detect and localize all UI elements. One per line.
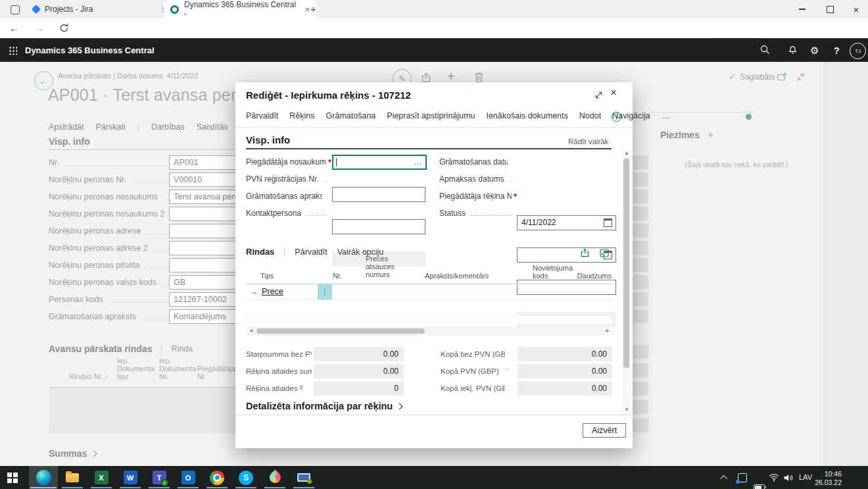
column-header[interactable]: Tips [260,272,274,280]
delete-icon[interactable] [474,72,484,83]
waffle-icon[interactable] [9,46,17,55]
menu-nodot[interactable]: Nodot [579,111,601,120]
scroll-right-icon[interactable]: ► [605,328,610,334]
scroll-up-icon[interactable]: ▲ [624,151,629,156]
row-menu-icon[interactable]: ⋮ [318,284,332,299]
browser-tab-bc[interactable]: Dynamics 365 Business Central - × [164,0,316,18]
taskbar-excel-icon[interactable]: X [87,466,116,489]
menu-parvaldit[interactable]: Pārvaldīt [246,111,278,120]
user-avatar[interactable]: TJ [850,43,866,59]
volume-icon[interactable] [783,474,794,482]
table-row[interactable]: → Prece ⋮ [246,284,612,300]
menu-ienakosais-dokuments[interactable]: Ienākošais dokuments [486,111,567,120]
back-icon[interactable]: ← [9,22,19,34]
start-button[interactable] [0,466,29,489]
column-header[interactable]: Iep. Dokumenta Nr. [159,357,199,380]
tab-actions-icon[interactable] [11,5,20,14]
tray-expand-icon[interactable] [722,475,727,480]
notes-empty-text: (Šajā skatā nav nekā, ko parādīt.) [650,161,823,168]
column-header[interactable]: Preces atsauces numurs [366,255,404,278]
close-tab-icon[interactable]: × [304,5,310,14]
clock[interactable]: 10:46 26.03.22 [814,470,842,487]
search-icon[interactable] [760,45,770,55]
collapse-icon[interactable] [796,72,806,82]
dialog-section-title[interactable]: Visp. info [246,134,290,145]
taskbar-teams-icon[interactable]: T✓ [145,466,174,489]
taskbar-explorer-icon[interactable] [58,466,87,489]
vendor-name-input[interactable]: … [332,155,427,170]
browser-tab-strip: Projects - Jira × Dynamics 365 Business … [0,0,868,18]
taskbar-remote-desktop-icon[interactable] [289,466,318,489]
taskbar-skype-icon[interactable]: S [231,466,260,489]
close-dialog-button[interactable]: Aizvērt [583,423,626,438]
share-lines-icon[interactable] [580,248,590,257]
info-icon[interactable] [746,114,752,120]
total-incl-vat: 0.00 [518,381,612,396]
column-header[interactable]: Iep. Dokumenta tips [117,357,157,380]
popout-icon[interactable] [777,72,787,82]
vat-registration-input[interactable] [332,187,425,202]
share-icon[interactable] [421,72,432,83]
taskbar-paint-app-icon[interactable] [260,466,289,489]
horizontal-scrollbar[interactable]: ◄ ► [246,326,612,336]
scroll-down-icon[interactable]: ▼ [624,407,629,413]
settings-gear-icon[interactable]: ⚙ [810,45,819,57]
line-type-cell[interactable]: Prece [262,287,283,296]
posting-description-input[interactable] [332,219,425,234]
summas-section[interactable]: Summas [49,448,96,459]
menu-gramatosana[interactable]: Grāmatošana [326,111,376,120]
vertical-scrollbar[interactable]: ▲ ▼ [622,149,631,414]
lookup-button[interactable]: … [414,156,422,168]
close-dialog-icon[interactable]: × [610,86,617,99]
taskbar-edge-icon[interactable] [29,466,58,489]
battery-icon[interactable] [754,484,765,489]
show-more-link[interactable]: Rādīt vairāk [568,138,608,145]
invoice-details-section[interactable]: Detalizēta informācija par rēķinu [246,401,402,411]
menu-rekins[interactable]: Rēķins [289,111,314,120]
tab-darbibas[interactable]: Darbības [151,122,185,132]
more-actions-icon[interactable]: … [662,111,670,120]
scrollbar-thumb[interactable] [623,159,629,368]
column-header[interactable]: Daudzums [571,272,612,280]
posting-date-input[interactable]: 4/11/2022 [517,215,616,230]
browser-tab-jira[interactable]: Projects - Jira × [26,0,174,18]
language-indicator[interactable]: LAV [799,473,812,481]
window-minimize-button[interactable] [789,0,815,18]
tab-apstradat[interactable]: Apstrādāt [49,122,84,132]
column-header[interactable]: Piegādātāja Nr. [197,365,241,380]
menu-pieprasit-apstiprinajumu[interactable]: Pieprasīt apstiprinājumu [387,111,475,120]
window-close-button[interactable]: × [843,0,868,18]
add-note-icon[interactable]: + [708,129,713,141]
scroll-left-icon[interactable]: ◄ [249,328,254,334]
refresh-icon[interactable] [59,23,69,33]
taskbar-word-icon[interactable]: W [116,466,145,489]
taskbar-outlook-icon[interactable]: O [174,466,203,489]
wifi-icon[interactable] [769,473,779,482]
field-label: Norēķinu peronas nosaukums [49,190,158,204]
help-icon[interactable]: ? [834,45,840,56]
calendar-icon[interactable] [604,219,612,227]
forward-icon[interactable]: → [34,22,44,34]
scrollbar-thumb[interactable] [256,328,425,334]
taskbar-chrome-icon[interactable] [203,466,231,489]
window-maximize-button[interactable] [817,0,843,18]
lines-title[interactable]: Rindas [246,247,274,257]
expand-dialog-icon[interactable] [594,91,603,99]
lines-menu-manage[interactable]: Pārvaldīt [295,247,327,257]
column-header[interactable]: Apraksts/komentārs [425,272,489,280]
section-title[interactable]: Visp. info [49,136,90,147]
fullscreen-lines-icon[interactable] [600,249,609,257]
column-header[interactable]: Nr. [333,272,342,280]
tray-teams-icon[interactable] [738,473,747,482]
column-header[interactable]: Rindas Nr. ↑ [62,373,108,380]
notifications-icon[interactable] [788,45,798,55]
new-tab-icon[interactable]: + [310,3,316,14]
dialog-action-bar: Pārvaldīt Rēķins Grāmatošana Pieprasīt a… [246,111,669,120]
breadcrumb[interactable]: Avansa pārskats | Darba datums: 4/11/202… [58,72,198,80]
lines-title[interactable]: Avansu pārskata rindas [49,344,152,354]
tab-saistitas[interactable]: Saistītās [197,122,228,132]
lines-menu-rinda[interactable]: Rinda [171,344,193,353]
column-header[interactable]: Novietojuma kods [533,264,576,280]
info-icon[interactable]: i [612,112,621,122]
tab-parskati[interactable]: Pārskati [96,122,126,132]
